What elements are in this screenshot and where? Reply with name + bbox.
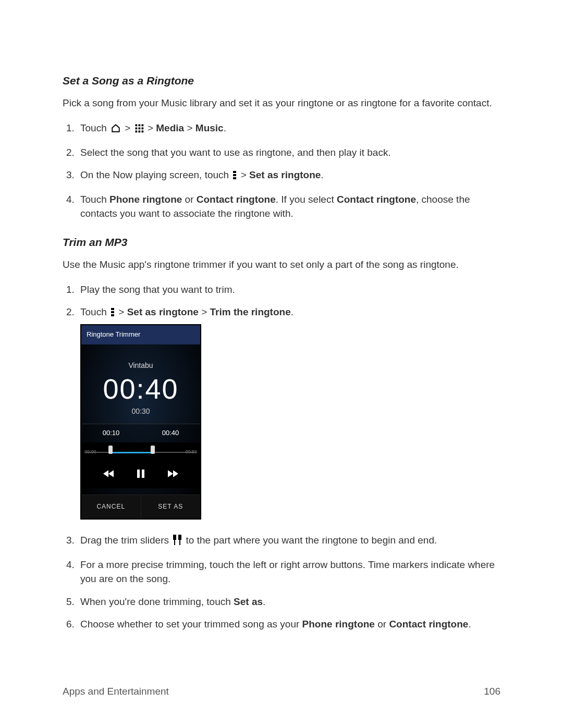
set-as-button[interactable]: SET AS (141, 495, 201, 519)
svg-rect-15 (137, 470, 140, 478)
media-label: Media (156, 122, 184, 133)
svg-rect-2 (141, 124, 143, 126)
text: . If you select (276, 194, 337, 205)
rewind-icon[interactable] (103, 467, 114, 482)
svg-rect-17 (173, 535, 176, 540)
trimmer-bottom-bar: CANCEL SET AS (81, 495, 200, 519)
step-2: Select the song that you want to use as … (77, 145, 500, 160)
step-4: For a more precise trimming, touch the l… (77, 558, 500, 586)
text: Touch (80, 306, 109, 317)
svg-rect-19 (178, 535, 181, 540)
home-icon (111, 122, 121, 137)
set-as-ringtone-label: Set as ringtone (127, 306, 199, 317)
svg-rect-16 (142, 470, 144, 478)
step-3: Drag the trim sliders to the part where … (77, 533, 500, 549)
svg-rect-9 (233, 171, 236, 173)
gt: > (118, 306, 127, 317)
overflow-menu-icon (232, 169, 237, 184)
desc-trim-mp3: Use the Music app's ringtone trimmer if … (63, 257, 500, 272)
playback-controls (81, 461, 200, 488)
slider-fill (110, 452, 152, 453)
gt: > (125, 122, 133, 133)
text: or (182, 194, 196, 205)
left-time: 00:10 (103, 428, 120, 438)
text: When you're done trimming, touch (80, 596, 234, 607)
step-5: When you're done trimming, touch Set as. (77, 595, 500, 609)
right-time: 00:40 (162, 428, 179, 438)
page-footer: Apps and Entertainment 106 (63, 684, 500, 699)
period: . (263, 596, 265, 607)
step-3: On the Now playing screen, touch > Set a… (77, 168, 500, 184)
period: . (321, 169, 323, 180)
svg-rect-0 (135, 124, 137, 126)
svg-rect-5 (141, 127, 143, 129)
contact-ringtone-label: Contact ringtone (197, 194, 276, 205)
heading-trim-mp3: Trim an MP3 (63, 235, 500, 250)
overflow-menu-icon (111, 306, 115, 321)
phone-ringtone-label: Phone ringtone (109, 194, 182, 205)
svg-rect-11 (233, 177, 236, 179)
period: . (224, 122, 226, 133)
steps-trim-mp3-b: Drag the trim sliders to the part where … (63, 533, 500, 632)
set-as-ringtone-label: Set as ringtone (249, 169, 321, 180)
slider-handle-right[interactable] (151, 446, 155, 454)
svg-rect-20 (179, 540, 180, 545)
svg-rect-7 (138, 130, 140, 132)
gt: > (187, 122, 195, 133)
trim-sliders-icon (173, 535, 182, 549)
time-row: 00:10 00:40 (81, 424, 200, 442)
svg-rect-6 (135, 130, 137, 132)
step-1: Play the song that you want to trim. (77, 282, 500, 297)
big-time: 00:40 (81, 375, 200, 403)
gt: > (148, 122, 156, 133)
footer-page: 106 (484, 684, 500, 699)
step-2: Touch > Set as ringtone > Trim the ringt… (77, 305, 500, 520)
svg-rect-8 (141, 130, 143, 132)
period: . (468, 619, 471, 630)
svg-rect-3 (135, 127, 137, 129)
contact-ringtone-label-2: Contact ringtone (337, 194, 416, 205)
ringtone-trimmer-screenshot: Ringtone Trimmer Vintabu 00:40 00:30 00:… (80, 324, 201, 520)
text: On the Now playing screen, touch (80, 169, 231, 180)
text: Touch (80, 194, 109, 205)
svg-rect-14 (111, 314, 114, 316)
gt: > (241, 169, 249, 180)
contact-ringtone-label: Contact ringtone (389, 619, 468, 630)
track-name: Vintabu (81, 360, 200, 371)
svg-rect-4 (138, 127, 140, 129)
small-time: 00:30 (81, 406, 200, 416)
svg-rect-1 (138, 124, 140, 126)
step-1: Touch > > Media > Music. (77, 121, 500, 137)
apps-grid-icon (134, 122, 144, 137)
cancel-button[interactable]: CANCEL (81, 495, 141, 519)
svg-rect-13 (111, 311, 114, 313)
set-as-label: Set as (234, 596, 263, 607)
step-4: Touch Phone ringtone or Contact ringtone… (77, 192, 500, 221)
step-6: Choose whether to set your trimmed song … (77, 617, 500, 632)
desc-set-ringtone: Pick a song from your Music library and … (63, 96, 500, 110)
phone-ringtone-label: Phone ringtone (302, 619, 375, 630)
footer-section: Apps and Entertainment (63, 684, 169, 699)
svg-rect-10 (233, 174, 236, 176)
gt: > (201, 306, 210, 317)
heading-set-ringtone: Set a Song as a Ringtone (63, 73, 500, 89)
svg-rect-12 (111, 308, 114, 310)
text: Drag the trim sliders (80, 535, 172, 546)
forward-icon[interactable] (168, 467, 178, 482)
text: to the part where you want the ringtone … (186, 535, 437, 546)
text: or (375, 619, 389, 630)
slider-handle-left[interactable] (108, 446, 113, 454)
steps-trim-mp3-a: Play the song that you want to trim. Tou… (63, 282, 500, 520)
steps-set-ringtone: Touch > > Media > Music. Select the song… (63, 121, 500, 221)
music-label: Music (195, 122, 224, 133)
pause-icon[interactable] (137, 467, 144, 482)
trimmer-body: Vintabu 00:40 00:30 00:10 00:40 00:00 00… (81, 344, 200, 495)
svg-rect-18 (174, 540, 175, 545)
trim-slider[interactable]: 00:00 00:50 (81, 442, 200, 461)
text: Touch (80, 122, 109, 133)
trimmer-title: Ringtone Trimmer (81, 325, 200, 344)
period: . (291, 306, 293, 317)
trim-the-ringtone-label: Trim the ringtone (210, 306, 291, 317)
text: Choose whether to set your trimmed song … (80, 619, 302, 630)
